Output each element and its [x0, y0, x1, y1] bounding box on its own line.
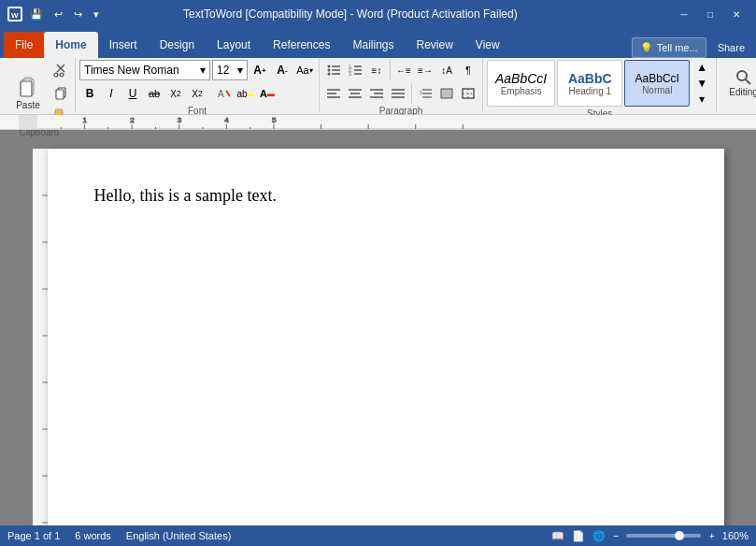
zoom-out-btn[interactable]: − — [613, 530, 619, 541]
svg-text:5: 5 — [272, 116, 277, 124]
font-size-arrow: ▾ — [237, 64, 243, 77]
web-layout-btn[interactable]: 🌐 — [592, 530, 606, 542]
print-layout-btn[interactable]: 📄 — [572, 530, 585, 542]
styles-scroll-down-btn[interactable]: ▼ — [692, 76, 712, 92]
tab-layout[interactable]: Layout — [206, 32, 262, 58]
font-name-selector[interactable]: Times New Roman ▾ — [79, 60, 210, 80]
zoom-in-btn[interactable]: + — [708, 530, 714, 541]
save-quick-btn[interactable]: 💾 — [26, 7, 47, 22]
editing-search-btn[interactable]: Editing — [720, 60, 756, 105]
copy-btn[interactable] — [50, 82, 71, 103]
tab-home[interactable]: Home — [44, 32, 97, 58]
svg-text:4: 4 — [224, 116, 229, 124]
read-mode-btn[interactable]: 📖 — [551, 530, 564, 542]
tab-insert[interactable]: Insert — [98, 32, 149, 58]
quick-access-dropdown-btn[interactable]: ▾ — [90, 7, 103, 22]
document-content[interactable]: Hello, this is a sample text. — [94, 186, 678, 206]
tab-references[interactable]: References — [262, 32, 341, 58]
ribbon-tabs: File Home Insert Design Layout Reference… — [0, 28, 756, 58]
tell-me-box[interactable]: 💡 Tell me... — [632, 37, 706, 58]
style-emphasis-label: Emphasis — [501, 86, 542, 96]
svg-text:3: 3 — [178, 116, 182, 124]
align-left-btn[interactable] — [323, 83, 344, 104]
redo-quick-btn[interactable]: ↪ — [70, 7, 86, 22]
font-size-selector[interactable]: 12 ▾ — [212, 60, 248, 80]
line-spacing-icon: ↕ — [418, 87, 433, 100]
paste-btn[interactable]: Paste — [7, 68, 49, 117]
minimize-btn[interactable]: ─ — [672, 5, 696, 23]
document-paragraph[interactable]: Hello, this is a sample text. — [94, 186, 678, 206]
editing-label: Editing — [729, 87, 756, 97]
status-right: 📖 📄 🌐 − + 160% — [551, 530, 749, 542]
font-shrink-btn[interactable]: A- — [272, 60, 292, 80]
borders-btn[interactable] — [458, 83, 478, 104]
font-color-btn[interactable]: A▬ — [257, 83, 278, 104]
tab-view[interactable]: View — [464, 32, 511, 58]
decrease-indent-btn[interactable]: ←≡ — [393, 60, 414, 80]
style-emphasis[interactable]: AaBbCcI Emphasis — [487, 60, 555, 107]
align-center-icon — [348, 87, 363, 100]
svg-point-15 — [328, 65, 331, 68]
tell-me-text: Tell me... — [657, 42, 698, 53]
paragraph-controls: 1. 2. 3. ≡↕ ←≡ ≡→ ↕A ¶ — [323, 60, 478, 104]
share-btn[interactable]: Share — [714, 40, 749, 55]
zoom-slider[interactable] — [626, 534, 701, 538]
document-area[interactable]: Hello, this is a sample text. — [0, 130, 756, 525]
superscript-btn[interactable]: X2 — [187, 83, 207, 104]
justify-icon — [391, 87, 406, 100]
svg-rect-70 — [33, 149, 48, 525]
bullets-icon — [326, 64, 341, 77]
styles-area: AaBbCcI Emphasis AaBbC Heading 1 AaBbCcI… — [487, 60, 690, 107]
style-heading1[interactable]: AaBbC Heading 1 — [557, 60, 622, 107]
style-normal-preview: AaBbCcI — [635, 72, 679, 85]
paragraph-group: 1. 2. 3. ≡↕ ←≡ ≡→ ↕A ¶ — [320, 58, 483, 112]
style-emphasis-preview: AaBbCcI — [495, 71, 547, 86]
multilevel-list-btn[interactable]: ≡↕ — [366, 60, 387, 80]
text-highlight-btn[interactable]: ab▬ — [235, 83, 256, 104]
tab-file[interactable]: File — [4, 32, 44, 58]
font-grow-btn[interactable]: A+ — [250, 60, 270, 80]
maximize-btn[interactable]: □ — [698, 5, 722, 23]
svg-line-48 — [746, 79, 750, 84]
tell-me-icon: 💡 — [640, 42, 653, 54]
language-indicator: English (United States) — [126, 530, 232, 541]
bold-btn[interactable]: B — [79, 83, 100, 104]
tab-design[interactable]: Design — [149, 32, 206, 58]
sort-btn[interactable]: ↕A — [436, 60, 457, 80]
document-page[interactable]: Hello, this is a sample text. — [48, 149, 724, 525]
show-marks-btn[interactable]: ¶ — [458, 60, 478, 80]
editing-content: Editing — [720, 60, 756, 105]
cut-icon — [53, 63, 68, 78]
svg-rect-4 — [24, 78, 32, 81]
tab-mailings[interactable]: Mailings — [341, 32, 405, 58]
ruler-left-margin — [19, 115, 37, 129]
align-right-icon — [369, 87, 384, 100]
undo-quick-btn[interactable]: ↩ — [50, 7, 66, 22]
subscript-btn[interactable]: X2 — [165, 83, 186, 104]
justify-btn[interactable] — [388, 83, 408, 104]
styles-more-btn[interactable]: ▾ — [692, 91, 712, 107]
tab-review[interactable]: Review — [405, 32, 464, 58]
strikethrough-btn[interactable]: ab — [144, 83, 164, 104]
styles-content: AaBbCcI Emphasis AaBbC Heading 1 AaBbCcI… — [487, 60, 712, 107]
window-controls: ─ □ ✕ — [672, 5, 749, 23]
close-btn[interactable]: ✕ — [724, 5, 749, 23]
clear-formatting-btn[interactable]: A — [214, 83, 235, 104]
italic-btn[interactable]: I — [101, 83, 121, 104]
align-center-btn[interactable] — [345, 83, 365, 104]
shading-icon — [439, 87, 454, 100]
status-left: Page 1 of 1 6 words English (United Stat… — [7, 530, 231, 541]
cut-btn[interactable] — [50, 60, 71, 80]
bullets-btn[interactable] — [323, 60, 344, 80]
line-spacing-btn[interactable]: ↕ — [415, 83, 435, 104]
change-case-btn[interactable]: Aa▾ — [294, 60, 315, 80]
align-right-btn[interactable] — [366, 83, 387, 104]
page-count: Page 1 of 1 — [7, 530, 60, 541]
editing-group: Editing Editing — [717, 58, 756, 112]
underline-btn[interactable]: U — [122, 83, 143, 104]
shading-btn[interactable] — [436, 83, 457, 104]
numbered-list-btn[interactable]: 1. 2. 3. — [345, 60, 365, 80]
styles-scroll-up-btn[interactable]: ▲ — [692, 60, 712, 76]
increase-indent-btn[interactable]: ≡→ — [415, 60, 435, 80]
style-normal[interactable]: AaBbCcI Normal — [624, 60, 690, 107]
